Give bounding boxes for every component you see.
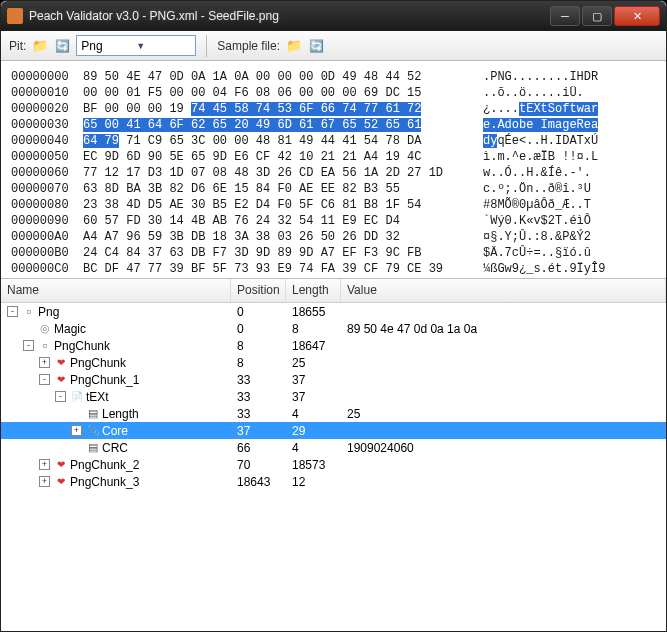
app-icon <box>7 8 23 24</box>
hex-row[interactable]: 0000004064 79 71 C9 65 3C 00 00 48 81 49… <box>11 133 656 149</box>
node-label: PngChunk_3 <box>70 475 139 489</box>
titlebar[interactable]: Peach Validator v3.0 - PNG.xml - SeedFil… <box>1 1 666 31</box>
sample-open-icon[interactable] <box>286 38 302 54</box>
minimize-button[interactable]: ─ <box>550 6 580 26</box>
box-icon <box>22 305 36 319</box>
expand-toggle[interactable]: + <box>71 425 82 436</box>
node-label: PngChunk <box>70 356 126 370</box>
node-label: tEXt <box>86 390 109 404</box>
tree-row[interactable]: -PngChunk_13337 <box>1 371 666 388</box>
col-length[interactable]: Length <box>286 279 341 302</box>
node-label: PngChunk_2 <box>70 458 139 472</box>
tree-row[interactable]: +PngChunk_27018573 <box>1 456 666 473</box>
tree-row[interactable]: -Png018655 <box>1 303 666 320</box>
col-value[interactable]: Value <box>341 279 666 302</box>
hex-row[interactable]: 0000001000 00 01 F5 00 00 04 F6 08 06 00… <box>11 85 656 101</box>
node-label: CRC <box>102 441 128 455</box>
pit-combobox-value: Png <box>81 39 136 53</box>
window-title: Peach Validator v3.0 - PNG.xml - SeedFil… <box>29 9 550 23</box>
node-label: Magic <box>54 322 86 336</box>
expand-toggle[interactable]: + <box>39 476 50 487</box>
hex-row[interactable]: 00000020BF 00 00 00 19 74 45 58 74 53 6F… <box>11 101 656 117</box>
close-button[interactable]: ✕ <box>614 6 660 26</box>
chevron-down-icon: ▼ <box>136 41 191 51</box>
hex-row[interactable]: 0000003065 00 41 64 6F 62 65 20 49 6D 61… <box>11 117 656 133</box>
chunk-icon <box>54 373 68 387</box>
tree-row[interactable]: -PngChunk818647 <box>1 337 666 354</box>
expand-toggle[interactable]: + <box>39 357 50 368</box>
maximize-button[interactable]: ▢ <box>582 6 612 26</box>
node-label: PngChunk_1 <box>70 373 139 387</box>
box-icon <box>38 339 52 353</box>
hex-row[interactable]: 0000007063 8D BA 3B 82 D6 6E 15 84 F0 AE… <box>11 181 656 197</box>
hex-row[interactable]: 0000006077 12 17 D3 1D 07 08 48 3D 26 CD… <box>11 165 656 181</box>
expand-toggle[interactable]: - <box>55 391 66 402</box>
pit-combobox[interactable]: Png ▼ <box>76 35 196 56</box>
expand-toggle <box>71 408 82 419</box>
data-icon <box>86 407 100 421</box>
hex-row[interactable]: 000000A0A4 A7 96 59 3B DB 18 3A 38 03 26… <box>11 229 656 245</box>
pit-label: Pit: <box>9 39 26 53</box>
pit-open-icon[interactable] <box>32 38 48 54</box>
sample-refresh-icon[interactable] <box>308 38 324 54</box>
expand-toggle[interactable]: - <box>23 340 34 351</box>
expand-toggle[interactable]: - <box>39 374 50 385</box>
tree-row[interactable]: -tEXt3337 <box>1 388 666 405</box>
node-label: Png <box>38 305 59 319</box>
col-position[interactable]: Position <box>231 279 286 302</box>
tree-row[interactable]: Magic0889 50 4e 47 0d 0a 1a 0a <box>1 320 666 337</box>
text-icon <box>70 390 84 404</box>
tree-row[interactable]: +PngChunk825 <box>1 354 666 371</box>
tree-view[interactable]: -Png018655Magic0889 50 4e 47 0d 0a 1a 0a… <box>1 303 666 631</box>
hex-row[interactable]: 00000050EC 9D 6D 90 5E 65 9D E6 CF 42 10… <box>11 149 656 165</box>
hex-viewer[interactable]: 0000000089 50 4E 47 0D 0A 1A 0A 00 00 00… <box>1 61 666 279</box>
tree-row[interactable]: +PngChunk_31864312 <box>1 473 666 490</box>
chunk-icon <box>54 475 68 489</box>
hex-row[interactable]: 0000009060 57 FD 30 14 4B AB 76 24 32 54… <box>11 213 656 229</box>
expand-toggle <box>23 323 34 334</box>
hex-row[interactable]: 0000000089 50 4E 47 0D 0A 1A 0A 00 00 00… <box>11 69 656 85</box>
hex-row[interactable]: 0000008023 38 4D D5 AE 30 B5 E2 D4 F0 5F… <box>11 197 656 213</box>
pit-refresh-icon[interactable] <box>54 38 70 54</box>
node-label: PngChunk <box>54 339 110 353</box>
col-name[interactable]: Name <box>1 279 231 302</box>
data-icon <box>86 441 100 455</box>
hex-row[interactable]: 000000B024 C4 84 37 63 DB F7 3D 9D 89 9D… <box>11 245 656 261</box>
core-icon <box>86 424 100 438</box>
node-label: Length <box>102 407 139 421</box>
hex-row[interactable]: 000000C0BC DF 47 77 39 BF 5F 73 93 E9 74… <box>11 261 656 277</box>
expand-toggle <box>71 442 82 453</box>
expand-toggle[interactable]: + <box>39 459 50 470</box>
app-window: Peach Validator v3.0 - PNG.xml - SeedFil… <box>0 0 667 632</box>
chunk-icon <box>54 356 68 370</box>
tree-header: Name Position Length Value <box>1 279 666 303</box>
tree-row[interactable]: +Core3729 <box>1 422 666 439</box>
tree-row[interactable]: Length33425 <box>1 405 666 422</box>
toolbar: Pit: Png ▼ Sample file: <box>1 31 666 61</box>
magic-icon <box>38 322 52 336</box>
chunk-icon <box>54 458 68 472</box>
expand-toggle[interactable]: - <box>7 306 18 317</box>
node-label: Core <box>102 424 128 438</box>
sample-label: Sample file: <box>217 39 280 53</box>
tree-row[interactable]: CRC6641909024060 <box>1 439 666 456</box>
toolbar-separator <box>206 35 207 57</box>
